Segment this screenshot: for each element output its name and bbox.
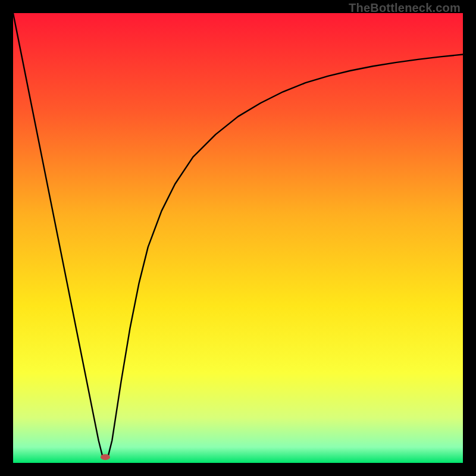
plot-area	[13, 13, 463, 463]
chart-svg	[13, 13, 463, 463]
gradient-background	[13, 13, 463, 463]
optimum-marker	[101, 454, 110, 460]
chart-frame: TheBottleneck.com	[0, 0, 476, 476]
